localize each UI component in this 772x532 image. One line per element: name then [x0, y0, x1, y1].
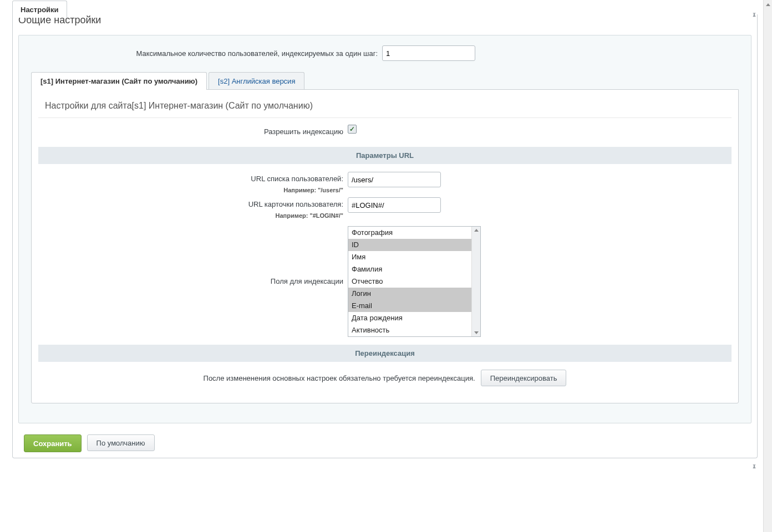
- chevron-up-icon[interactable]: [764, 0, 772, 9]
- list-item[interactable]: Фотография: [348, 227, 471, 239]
- tab-s1-label: [s1] Интернет-магазин (Сайт по умолчанию…: [40, 77, 197, 85]
- url-list-input[interactable]: [348, 172, 441, 187]
- pin-icon[interactable]: [750, 464, 758, 474]
- pin-icon[interactable]: [750, 12, 758, 22]
- url-card-hint: Например: "#LOGIN#/": [32, 212, 343, 219]
- reindex-note: После измененения основных настроек обяз…: [204, 374, 475, 382]
- tab-site-s2[interactable]: [s2] Английская версия: [209, 72, 304, 90]
- max-users-input[interactable]: [382, 45, 475, 61]
- url-card-label: URL карточки пользователя:: [248, 200, 343, 208]
- top-tab-settings[interactable]: Настройки: [12, 1, 67, 18]
- list-item[interactable]: E-mail: [348, 300, 471, 312]
- url-list-hint: Например: "/users/": [32, 186, 343, 194]
- settings-panel: Общие настройки Максимальное количество …: [12, 14, 758, 458]
- top-tab-label: Настройки: [21, 6, 59, 14]
- allow-index-checkbox[interactable]: [348, 125, 357, 134]
- site-settings-panel: Настройки для сайта[s1] Интернет-магазин…: [31, 89, 739, 403]
- general-settings-block: Максимальное количество пользователей, и…: [18, 35, 751, 423]
- url-card-input[interactable]: [348, 197, 441, 213]
- list-item[interactable]: Логин: [348, 288, 471, 300]
- tab-site-s1[interactable]: [s1] Интернет-магазин (Сайт по умолчанию…: [31, 72, 207, 90]
- allow-index-label: Разрешить индексацию: [32, 125, 348, 139]
- list-item[interactable]: Активность: [348, 324, 471, 336]
- reindex-header: Переиндексация: [38, 345, 732, 362]
- list-item[interactable]: Дата рождения: [348, 312, 471, 324]
- url-list-label: URL списка пользователей:: [251, 175, 343, 183]
- index-fields-select[interactable]: Фотография ID Имя Фамилия Отчество Логин…: [348, 226, 481, 337]
- list-item[interactable]: Фамилия: [348, 263, 471, 275]
- save-button[interactable]: Сохранить: [24, 434, 82, 452]
- section-title: Общие настройки: [13, 14, 757, 29]
- url-params-header: Параметры URL: [38, 147, 732, 164]
- site-settings-title: Настройки для сайта[s1] Интернет-магазин…: [38, 99, 732, 118]
- defaults-button[interactable]: По умолчанию: [87, 434, 155, 451]
- max-users-label: Максимальное количество пользователей, и…: [19, 49, 382, 58]
- tab-s2-label: [s2] Английская версия: [218, 77, 295, 85]
- list-item[interactable]: Отчество: [348, 275, 471, 288]
- page-scrollbar[interactable]: [763, 0, 772, 532]
- list-item[interactable]: Дата последнего входа: [348, 336, 471, 337]
- list-item[interactable]: Имя: [348, 251, 471, 263]
- fields-label: Поля для индексации: [271, 277, 343, 285]
- scrollbar[interactable]: [471, 227, 480, 336]
- reindex-button[interactable]: Переиндексировать: [481, 370, 567, 386]
- list-item[interactable]: ID: [348, 239, 471, 251]
